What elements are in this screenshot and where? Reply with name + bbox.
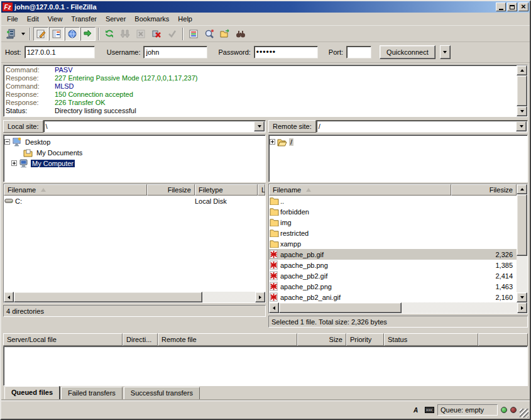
title-bar[interactable]: Fz john@127.0.0.1 - FileZilla ✕ <box>1 1 530 13</box>
scrollbar-track[interactable] <box>517 256 527 292</box>
close-button[interactable]: ✕ <box>518 3 528 11</box>
file-row[interactable]: .. <box>269 196 517 206</box>
column-header-last-modified[interactable]: L <box>258 184 265 196</box>
process-queue-button[interactable] <box>118 27 133 41</box>
scroll-right-button[interactable] <box>255 292 265 302</box>
collapse-icon[interactable] <box>4 139 10 145</box>
toggle-local-tree-button[interactable] <box>49 27 64 41</box>
resize-grip[interactable] <box>520 409 528 417</box>
file-row[interactable]: img <box>269 217 517 228</box>
file-row-c-drive[interactable]: C: Local Disk <box>4 196 265 206</box>
folder-icon <box>270 229 279 237</box>
minimize-button[interactable] <box>496 3 506 11</box>
remote-horizontal-scrollbar[interactable] <box>269 302 527 313</box>
synchronized-browsing-button[interactable] <box>217 27 233 41</box>
remote-site-dropdown-button[interactable] <box>516 121 527 131</box>
filter-button[interactable] <box>186 27 201 41</box>
scrollbar-track[interactable] <box>202 292 255 302</box>
file-row[interactable]: forbidden <box>269 206 517 217</box>
menu-transfer[interactable]: Transfer <box>67 14 101 24</box>
file-row[interactable]: restricted <box>269 228 517 238</box>
tab-successful-transfers[interactable]: Successful transfers <box>124 387 200 400</box>
transfer-type-indicator-icon[interactable]: A <box>410 405 422 415</box>
desktop-icon <box>12 137 22 147</box>
column-header-filetype[interactable]: Filetype <box>195 184 258 196</box>
toggle-queue-button[interactable] <box>80 27 96 41</box>
site-manager-dropdown[interactable] <box>19 27 27 41</box>
local-site-dropdown-button[interactable] <box>254 121 265 131</box>
file-row[interactable]: apache_pb2_ani.gif 2,160 <box>269 292 517 302</box>
file-row-selected[interactable]: apache_pb.gif 2,326 <box>269 249 517 260</box>
file-row[interactable]: xampp <box>269 238 517 249</box>
tree-item-root[interactable]: / <box>270 136 527 147</box>
scroll-down-button[interactable] <box>517 292 527 302</box>
speed-limit-indicator-icon[interactable]: ▪▪▪ <box>425 407 434 413</box>
site-manager-button[interactable] <box>3 27 18 41</box>
disconnect-button[interactable] <box>149 27 164 41</box>
tree-item-my-documents[interactable]: My Documents <box>4 147 265 158</box>
local-site-combo[interactable]: \ <box>43 120 266 133</box>
expand-icon[interactable] <box>270 139 275 145</box>
expand-icon[interactable] <box>11 160 17 166</box>
password-input[interactable]: •••••• <box>254 46 318 58</box>
menu-view[interactable]: View <box>43 14 67 24</box>
column-header-status[interactable]: Status <box>384 333 478 346</box>
column-header-filesize[interactable]: Filesize <box>451 184 517 196</box>
column-header-filename[interactable]: Filename <box>4 184 147 196</box>
file-row[interactable]: apache_pb2.png 1,463 <box>269 281 517 292</box>
scrollbar-thumb[interactable] <box>279 302 402 313</box>
tree-item-my-computer[interactable]: My Computer <box>4 158 265 169</box>
menu-file[interactable]: File <box>3 14 23 24</box>
menu-bookmarks[interactable]: Bookmarks <box>130 14 173 24</box>
column-header-direction[interactable]: Directi... <box>123 333 158 346</box>
maximize-button[interactable] <box>507 3 517 11</box>
local-horizontal-scrollbar[interactable] <box>4 292 265 302</box>
column-header-priority[interactable]: Priority <box>346 333 384 346</box>
scroll-up-button[interactable] <box>517 184 527 194</box>
cancel-button[interactable] <box>133 27 148 41</box>
scrollbar-track[interactable] <box>402 302 517 313</box>
scroll-up-button[interactable] <box>517 65 527 75</box>
menu-edit[interactable]: Edit <box>23 14 43 24</box>
file-row[interactable]: apache_pb.png 1,385 <box>269 260 517 270</box>
tab-failed-transfers[interactable]: Failed transfers <box>61 387 123 400</box>
scroll-down-button[interactable] <box>517 106 527 116</box>
username-input[interactable]: john <box>143 46 207 58</box>
log-vertical-scrollbar[interactable] <box>517 65 527 116</box>
queue-list[interactable] <box>3 346 528 386</box>
local-list-body[interactable]: C: Local Disk <box>4 196 265 292</box>
tab-queued-files[interactable]: Queued files <box>4 386 60 400</box>
quickconnect-dropdown[interactable] <box>440 45 451 59</box>
scroll-left-button[interactable] <box>269 302 279 313</box>
host-input[interactable]: 127.0.0.1 <box>25 46 95 58</box>
tree-item-desktop[interactable]: Desktop <box>4 136 265 147</box>
find-files-button[interactable] <box>233 27 248 41</box>
file-row[interactable]: apache_pb2.gif 2,414 <box>269 270 517 281</box>
scrollbar-thumb[interactable] <box>14 292 202 302</box>
scrollbar-thumb[interactable] <box>517 75 527 106</box>
directory-comparison-button[interactable] <box>202 27 217 41</box>
toggle-remote-tree-button[interactable] <box>65 27 80 41</box>
reconnect-button[interactable] <box>165 27 180 41</box>
column-header-size[interactable]: Size <box>297 333 346 346</box>
local-tree[interactable]: Desktop My Documents <box>3 135 266 182</box>
scroll-left-button[interactable] <box>4 292 14 302</box>
scrollbar-thumb[interactable] <box>517 194 527 256</box>
scroll-right-button[interactable] <box>517 302 527 313</box>
remote-list-body[interactable]: .. forbidden img <box>269 196 517 302</box>
remote-site-combo[interactable]: / <box>316 120 528 133</box>
menu-help[interactable]: Help <box>173 14 197 24</box>
menu-server[interactable]: Server <box>101 14 130 24</box>
refresh-button[interactable] <box>102 27 117 41</box>
message-log[interactable]: Command:PASV Response:227 Entering Passi… <box>4 65 517 116</box>
column-header-filesize[interactable]: Filesize <box>147 184 195 196</box>
toggle-log-button[interactable] <box>33 27 48 41</box>
port-input[interactable] <box>346 46 371 58</box>
directory-comparison-icon <box>204 29 214 39</box>
column-header-remote-file[interactable]: Remote file <box>158 333 297 346</box>
column-header-server-local-file[interactable]: Server/Local file <box>3 333 123 346</box>
quickconnect-button[interactable]: Quickconnect <box>380 45 435 59</box>
remote-tree[interactable]: / <box>268 135 528 182</box>
column-header-filename[interactable]: Filename <box>269 184 451 196</box>
remote-vertical-scrollbar[interactable] <box>517 184 527 302</box>
